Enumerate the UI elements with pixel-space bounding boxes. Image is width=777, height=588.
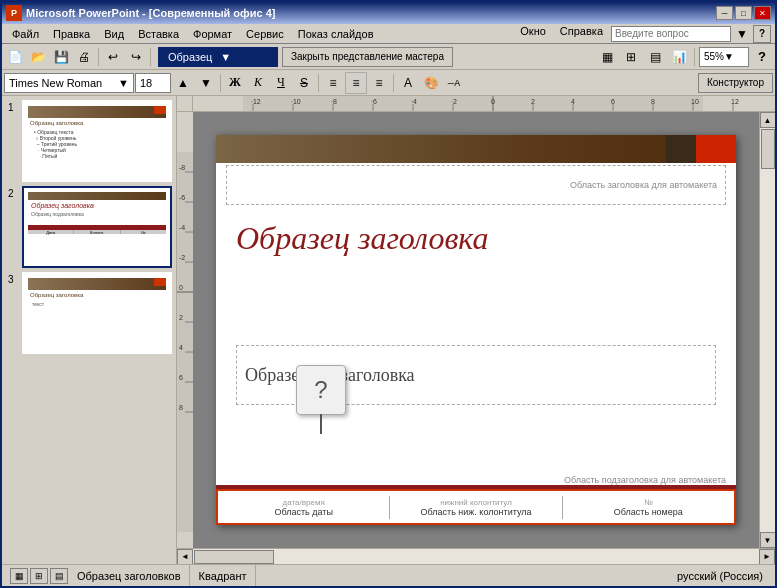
svg-text:8: 8: [651, 98, 655, 105]
app-window: P Microsoft PowerPoint - [Современный оф…: [0, 0, 777, 588]
minimize-button[interactable]: ─: [716, 6, 733, 20]
font-name-box[interactable]: Times New Roman ▼: [4, 73, 134, 93]
svg-text:12: 12: [731, 98, 739, 105]
redo-btn[interactable]: ↪: [125, 46, 147, 68]
menu-edit[interactable]: Правка: [47, 26, 96, 42]
undo-btn[interactable]: ↩: [102, 46, 124, 68]
menu-service[interactable]: Сервис: [240, 26, 290, 42]
new-btn[interactable]: 📄: [4, 46, 26, 68]
strikethrough-btn[interactable]: S: [293, 72, 315, 94]
search-dropdown-btn[interactable]: ▼: [731, 23, 753, 45]
status-icon-1[interactable]: ▦: [10, 568, 28, 584]
search-box: ▼ ?: [611, 23, 771, 45]
menu-help[interactable]: Справка: [554, 23, 609, 45]
footer-number-label: №: [565, 498, 732, 507]
menu-format[interactable]: Формат: [187, 26, 238, 42]
italic-btn[interactable]: К: [247, 72, 269, 94]
svg-text:2: 2: [531, 98, 535, 105]
sep1: [98, 48, 99, 66]
slide-header-area[interactable]: Область заголовка для автомакета: [226, 165, 726, 205]
menu-view[interactable]: Вид: [98, 26, 130, 42]
scroll-right-btn[interactable]: ►: [759, 549, 775, 565]
slide-footer-area: дата/время Область даты нижний колонтиту…: [216, 489, 736, 525]
zoom-select[interactable]: 55% ▼: [699, 47, 749, 67]
thumb3-accent: [154, 278, 166, 286]
thumb2-footer-area: Дата Колонт. №: [28, 230, 166, 234]
footer-date-area: Область даты: [274, 507, 332, 517]
menu-slideshow[interactable]: Показ слайдов: [292, 26, 380, 42]
bold-btn[interactable]: Ж: [224, 72, 246, 94]
slide-canvas-wrap: Область заголовка для автомакета Образец…: [193, 112, 759, 548]
ruler-row: ·12 ·10 ·8 ·6 ·4 ·2 0 2: [177, 96, 775, 112]
close-master-btn[interactable]: Закрыть представление мастера: [282, 47, 453, 67]
slide-thumb-2[interactable]: Образец заголовка Образец подзаголовка Д…: [22, 186, 172, 268]
fill-color-btn[interactable]: 🎨: [420, 72, 442, 94]
svg-text:0: 0: [179, 284, 183, 291]
close-button[interactable]: ✕: [754, 6, 771, 20]
slide-thumb-3[interactable]: Образец заголовка текст: [22, 272, 172, 354]
svg-text:·6: ·6: [371, 98, 377, 105]
slide-thumb-2-wrap: 2 Образец заголовка Образец подзаголовка…: [22, 186, 172, 268]
title-bar-buttons: ─ □ ✕: [716, 6, 771, 20]
slide-workspace: -8 -6 -4 -2 0 2 4 6: [177, 112, 775, 548]
font-size-down-btn[interactable]: ▼: [195, 72, 217, 94]
scroll-up-btn[interactable]: ▲: [760, 112, 776, 128]
underline-btn[interactable]: Ч: [270, 72, 292, 94]
v-ruler-area: -8 -6 -4 -2 0 2 4 6: [177, 112, 193, 548]
scroll-down-btn[interactable]: ▼: [760, 532, 776, 548]
svg-text:2: 2: [179, 314, 183, 321]
help-circle-btn[interactable]: ?: [751, 46, 773, 68]
status-icon-3[interactable]: ▤: [50, 568, 68, 584]
thumb3-content: Образец заголовка текст: [28, 278, 166, 348]
thumb3-header-bar: [28, 278, 166, 290]
save-btn[interactable]: 💾: [50, 46, 72, 68]
print-btn[interactable]: 🖨: [73, 46, 95, 68]
scroll-left-btn[interactable]: ◄: [177, 549, 193, 565]
status-icon-2[interactable]: ⊞: [30, 568, 48, 584]
tb-chart[interactable]: 📊: [668, 46, 690, 68]
font-color-btn[interactable]: A: [397, 72, 419, 94]
menu-right: Окно Справка ▼ ?: [514, 23, 771, 45]
open-btn[interactable]: 📂: [27, 46, 49, 68]
svg-text:-4: -4: [179, 224, 185, 231]
footer-date: дата/время Область даты: [218, 496, 390, 519]
tb-img2[interactable]: ⊞: [620, 46, 642, 68]
svg-rect-29: [177, 152, 193, 532]
tb-img1[interactable]: ▦: [596, 46, 618, 68]
status-icons: ▦ ⊞ ▤: [10, 568, 68, 584]
v-ruler-svg: -8 -6 -4 -2 0 2 4 6: [177, 112, 193, 548]
align-left-btn[interactable]: ≡: [322, 72, 344, 94]
slide-thumb-1[interactable]: Образец заголовка • Образец текста ○ Вто…: [22, 100, 172, 182]
menu-file[interactable]: Файл: [6, 26, 45, 42]
tb-table[interactable]: ▤: [644, 46, 666, 68]
konstruktor-btn[interactable]: Конструктор: [698, 73, 773, 93]
h-scrollbar-thumb[interactable]: [194, 550, 274, 564]
right-panel: ·12 ·10 ·8 ·6 ·4 ·2 0 2: [177, 96, 775, 564]
align-center-btn[interactable]: ≡: [345, 72, 367, 94]
font-size-box[interactable]: 18: [135, 73, 171, 93]
thumb2-spacer: [28, 217, 166, 225]
search-input[interactable]: [611, 26, 731, 42]
svg-text:6: 6: [611, 98, 615, 105]
menu-bar: Файл Правка Вид Вставка Формат Сервис По…: [2, 24, 775, 44]
svg-text:·2: ·2: [451, 98, 457, 105]
menu-insert[interactable]: Вставка: [132, 26, 185, 42]
line-color-btn[interactable]: ─A: [443, 72, 465, 94]
scrollbar-thumb[interactable]: [761, 129, 775, 169]
svg-text:-6: -6: [179, 194, 185, 201]
maximize-button[interactable]: □: [735, 6, 752, 20]
thumb2-title: Образец заголовка: [28, 200, 166, 211]
v-scrollbar: ▲ ▼: [759, 112, 775, 548]
menu-window[interactable]: Окно: [514, 23, 552, 45]
align-right-btn[interactable]: ≡: [368, 72, 390, 94]
sep3: [694, 48, 695, 66]
obrazec-select[interactable]: Образец ▼: [158, 47, 278, 67]
help-btn[interactable]: ?: [753, 25, 771, 43]
thumb2-content: Образец заголовка Образец подзаголовка Д…: [28, 192, 166, 262]
slide-thumb-3-wrap: 3 Образец заголовка текст: [22, 272, 172, 354]
svg-text:-8: -8: [179, 164, 185, 171]
slide-title[interactable]: Образец заголовка: [236, 220, 716, 257]
font-size-up-btn[interactable]: ▲: [172, 72, 194, 94]
svg-text:-2: -2: [179, 254, 185, 261]
thumb1-header-bar: [28, 106, 166, 118]
